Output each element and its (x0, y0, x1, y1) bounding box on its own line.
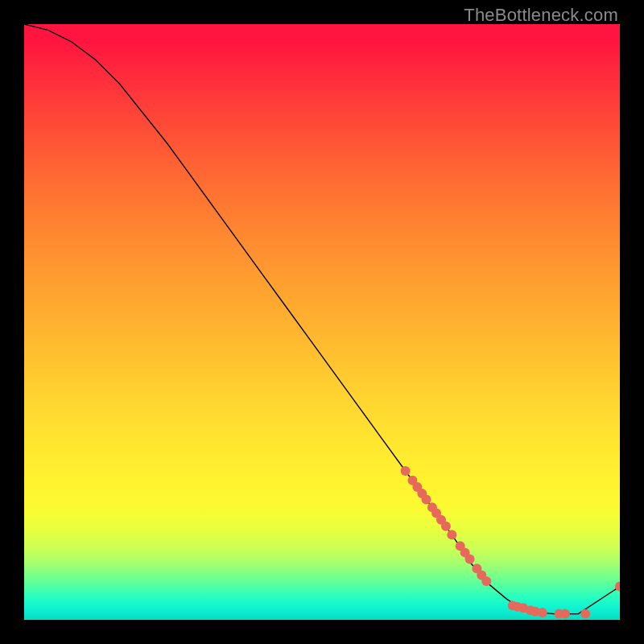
marker-cluster-a (481, 576, 491, 586)
marker-cluster-b (538, 608, 547, 617)
plot-area (24, 24, 620, 620)
marker-end (615, 582, 620, 592)
marker-cluster-b (560, 609, 570, 619)
marker-cluster-b (580, 609, 590, 619)
marker-cluster-a (447, 530, 456, 539)
marker-cluster-a (422, 495, 431, 505)
watermark-text: TheBottleneck.com (464, 5, 618, 26)
chart-stage: TheBottleneck.com (0, 0, 644, 644)
chart-line (24, 24, 620, 614)
chart-svg (24, 24, 620, 620)
series-curve (24, 24, 620, 614)
marker-cluster-a (465, 555, 475, 564)
chart-markers (401, 466, 620, 619)
marker-cluster-a (401, 466, 411, 476)
marker-cluster-a (441, 522, 451, 531)
